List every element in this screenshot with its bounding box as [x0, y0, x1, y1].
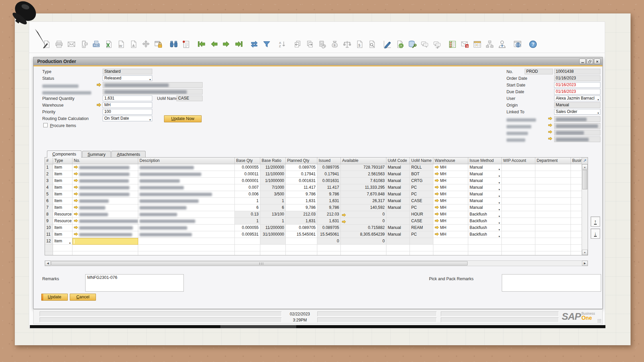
- cell-available[interactable]: 0.715882: [341, 225, 386, 231]
- row-number[interactable]: 10: [45, 225, 53, 231]
- copy-from-icon[interactable]: [293, 40, 302, 49]
- cell-description-redacted[interactable]: [138, 178, 235, 184]
- empty-cell[interactable]: [317, 245, 341, 251]
- cell-base-ratio[interactable]: [260, 238, 286, 245]
- cell-description-redacted[interactable]: [138, 164, 235, 171]
- row-down-button[interactable]: ↓: [591, 229, 600, 239]
- org-chart-icon[interactable]: [485, 40, 494, 49]
- link-arrow-icon[interactable]: [435, 212, 439, 218]
- cell-available[interactable]: 728.793187: [341, 164, 386, 171]
- cell-business[interactable]: [571, 238, 582, 245]
- link-arrow-icon[interactable]: [97, 83, 101, 87]
- cell-type[interactable]: Item: [53, 231, 72, 238]
- cell-uom-code[interactable]: [386, 211, 410, 218]
- cell-base-ratio[interactable]: 1: [260, 218, 286, 225]
- empty-cell[interactable]: [341, 245, 386, 251]
- cell-department[interactable]: [535, 184, 571, 191]
- cell-department[interactable]: [535, 218, 571, 225]
- empty-cell[interactable]: [138, 245, 235, 251]
- cell-issue-method[interactable]: Manual▼: [468, 204, 502, 211]
- cell-planned-qty[interactable]: 9.786: [286, 191, 317, 198]
- cell-type[interactable]: Item: [53, 164, 72, 171]
- cell-base-qty[interactable]: 0.009531: [235, 231, 260, 238]
- empty-cell[interactable]: [571, 251, 582, 255]
- web-browser-icon[interactable]: [513, 40, 522, 49]
- cancel-button[interactable]: Cancel: [70, 294, 96, 301]
- column-header-description[interactable]: Description: [138, 158, 235, 164]
- row-number[interactable]: 9: [45, 218, 53, 225]
- cell-base-ratio[interactable]: 11/100000: [260, 171, 286, 178]
- cell-wip-account[interactable]: [502, 231, 535, 238]
- cell-description-redacted[interactable]: [138, 211, 235, 218]
- cell-issue-method[interactable]: Manual▼: [468, 171, 502, 178]
- cell-base-ratio[interactable]: 7/1000: [260, 184, 286, 191]
- redacted-reference-field[interactable]: [554, 136, 600, 142]
- empty-cell[interactable]: [72, 245, 138, 251]
- cell-base-qty[interactable]: 0.000055: [235, 225, 260, 231]
- cell-item-no-redacted[interactable]: [72, 178, 138, 184]
- user-dropdown[interactable]: Alexa Jazmin Barnacl▼: [554, 96, 600, 101]
- type-field[interactable]: Standard: [103, 69, 152, 74]
- cell-department[interactable]: [535, 204, 571, 211]
- link-arrow-icon[interactable]: [548, 137, 552, 140]
- cell-uom-name[interactable]: CRTG: [410, 178, 433, 184]
- cell-warehouse[interactable]: MH: [433, 164, 468, 171]
- minimize-button[interactable]: [579, 59, 586, 64]
- cell-wip-account[interactable]: [502, 178, 535, 184]
- cell-item-no-active[interactable]: [72, 238, 138, 245]
- scroll-right-icon[interactable]: ▶: [582, 261, 588, 266]
- cell-type[interactable]: Item▼: [53, 238, 72, 245]
- empty-cell[interactable]: [235, 245, 260, 251]
- cell-uom-code[interactable]: Manual: [386, 191, 410, 198]
- link-arrow-icon[interactable]: [74, 205, 78, 211]
- cell-business[interactable]: [571, 211, 582, 218]
- cell-description-redacted[interactable]: [138, 218, 235, 225]
- cell-business[interactable]: [571, 225, 582, 231]
- cell-base-qty[interactable]: 0.007: [235, 184, 260, 191]
- cell-type[interactable]: Resource: [53, 218, 72, 225]
- cell-description-redacted[interactable]: [138, 198, 235, 204]
- cell-item-no-redacted[interactable]: [72, 184, 138, 191]
- remarks-textarea[interactable]: MNFG2301-076: [85, 274, 184, 292]
- cell-department[interactable]: [535, 211, 571, 218]
- horizontal-scroll-thumb[interactable]: [51, 261, 468, 265]
- column-header-base-qty[interactable]: Base Qty: [235, 158, 260, 164]
- tab-components[interactable]: Components: [47, 150, 82, 158]
- empty-cell[interactable]: [286, 245, 317, 251]
- cell-uom-name[interactable]: REAM: [410, 225, 433, 231]
- cell-uom-code[interactable]: Manual: [386, 184, 410, 191]
- column-header-issue-method[interactable]: Issue Method: [468, 158, 502, 164]
- cell-type[interactable]: Item: [53, 225, 72, 231]
- cell-item-no-redacted[interactable]: [72, 225, 138, 231]
- cell-available[interactable]: 2.561563: [341, 171, 386, 178]
- cell-type[interactable]: Resource: [53, 211, 72, 218]
- cell-issued[interactable]: 1,631: [317, 198, 341, 204]
- calendar-icon[interactable]: [473, 40, 482, 49]
- cell-business[interactable]: [571, 178, 582, 184]
- cell-base-ratio[interactable]: 6: [260, 204, 286, 211]
- form-settings-icon[interactable]: [395, 40, 404, 49]
- cell-warehouse[interactable]: MH: [433, 191, 468, 198]
- cell-type[interactable]: Item: [53, 171, 72, 178]
- priority-field[interactable]: 100: [103, 109, 152, 115]
- cell-warehouse[interactable]: MH: [433, 198, 468, 204]
- scroll-down-icon[interactable]: ▼: [582, 250, 588, 255]
- cell-issued[interactable]: 11.417: [317, 184, 341, 191]
- sms-icon[interactable]: [79, 40, 88, 49]
- cell-base-ratio[interactable]: 11/200000: [260, 164, 286, 171]
- cell-available[interactable]: 7,670.848: [341, 191, 386, 198]
- due-date-field[interactable]: 01/16/2023: [554, 89, 600, 95]
- cell-wip-account[interactable]: [502, 238, 535, 245]
- link-arrow-icon[interactable]: [74, 225, 78, 231]
- cell-description-redacted[interactable]: [138, 191, 235, 198]
- fax-icon[interactable]: [92, 40, 101, 49]
- volume-weight-icon[interactable]: [342, 40, 352, 49]
- navigate-icon[interactable]: [141, 40, 150, 49]
- column-header-available[interactable]: Available: [341, 158, 386, 164]
- cell-department[interactable]: [535, 191, 571, 198]
- cell-item-no-redacted[interactable]: [72, 218, 138, 225]
- cell-business[interactable]: [571, 231, 582, 238]
- remarks-icon[interactable]: [420, 40, 429, 49]
- last-record-icon[interactable]: [234, 40, 243, 49]
- cell-uom-name[interactable]: HOUR: [410, 211, 433, 218]
